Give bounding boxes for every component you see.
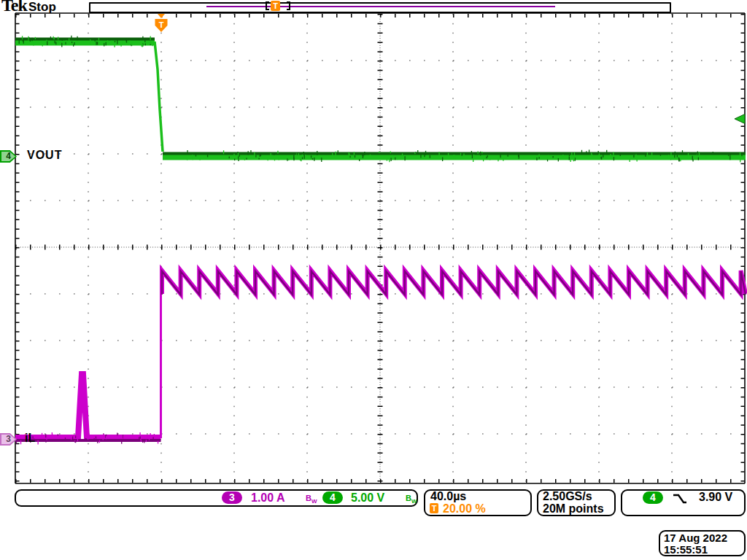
ch4-badge[interactable]: 4 <box>322 491 343 504</box>
record-window-bracket-left[interactable] <box>266 1 269 10</box>
trigger-position-icon[interactable]: T <box>271 1 280 11</box>
trigger-flag-icon: T <box>155 14 168 32</box>
trigger-level-value: 3.90 V <box>699 491 732 504</box>
bw-sub-letter: W <box>411 498 417 505</box>
time-value: 15:55:51 <box>664 543 708 556</box>
record-view-trace <box>206 6 555 7</box>
trigger-source-badge[interactable]: 4 <box>643 491 663 504</box>
tek-logo: Tek <box>1 0 27 15</box>
trigger-position-value: 20.00 % <box>443 502 486 516</box>
ch4-label: VOUT <box>27 149 62 162</box>
record-window-bracket-right[interactable] <box>287 1 290 10</box>
bw-letter: B <box>306 494 311 502</box>
trigger-t-icon: T <box>430 503 438 513</box>
svg-text:T: T <box>159 20 164 29</box>
ch4-scale: 5.00 V <box>351 491 384 505</box>
ch3-scale: 1.00 A <box>251 491 285 505</box>
ch3-label: iL <box>25 432 35 445</box>
record-length-value: 20M points <box>543 502 604 516</box>
scope-display: T <box>0 0 747 560</box>
trigger-level-arrow-icon <box>735 114 745 124</box>
ch3-badge[interactable]: 3 <box>222 491 242 504</box>
record-view-bar[interactable] <box>89 2 671 13</box>
sample-rate-value: 2.50GS/s <box>543 490 592 503</box>
ch3-trace <box>15 374 161 438</box>
ch3-bandwidth-icon: BW <box>306 494 317 505</box>
trigger-slope-falling-icon <box>672 493 688 505</box>
timebase-value: 40.0µs <box>430 490 466 503</box>
acquisition-status: Stop <box>28 0 56 15</box>
bw-sub-letter: W <box>311 498 317 505</box>
ch4-bandwidth-icon: BW <box>406 494 417 505</box>
bw-letter: B <box>406 494 411 502</box>
